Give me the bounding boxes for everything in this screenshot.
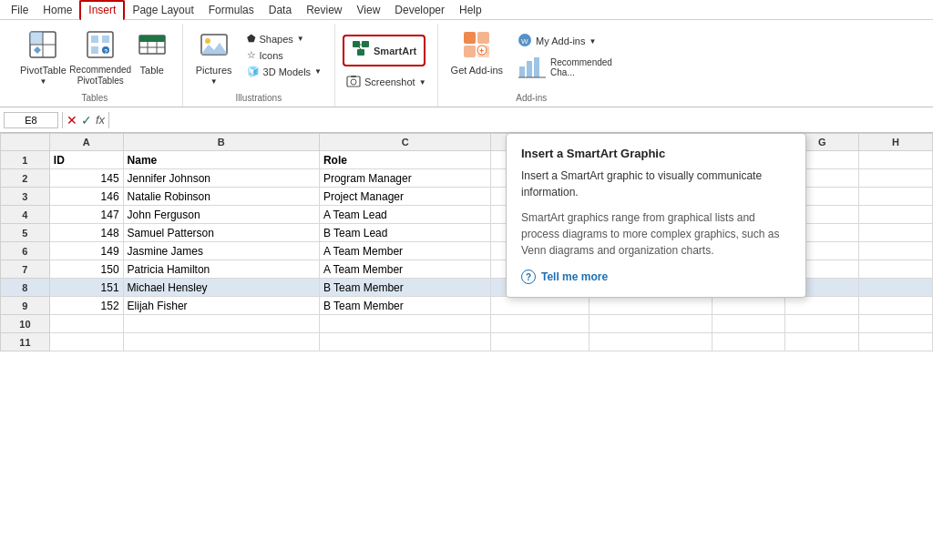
cell-2-H[interactable]: [859, 169, 933, 188]
cell-1-H[interactable]: [859, 151, 933, 169]
cell-7-H[interactable]: [859, 260, 933, 279]
cell-11-C[interactable]: [319, 333, 490, 351]
icons-button[interactable]: ☆ Icons: [241, 47, 328, 63]
cell-7-C[interactable]: A Team Member: [319, 260, 490, 279]
cell-11-G[interactable]: [785, 333, 859, 351]
row-header-11[interactable]: 11: [1, 333, 50, 351]
row-header-9[interactable]: 9: [1, 297, 50, 315]
cell-4-A[interactable]: 147: [49, 206, 123, 224]
col-header-c[interactable]: C: [319, 134, 490, 151]
cell-9-A[interactable]: 152: [49, 297, 123, 315]
cell-5-A[interactable]: 148: [49, 224, 123, 242]
cell-4-C[interactable]: A Team Lead: [319, 206, 490, 224]
cell-10-C[interactable]: [319, 315, 490, 333]
row-header-2[interactable]: 2: [1, 169, 50, 188]
smartart-button[interactable]: SmartArt: [343, 35, 425, 66]
formula-input[interactable]: [113, 112, 929, 128]
cell-1-B[interactable]: Name: [123, 151, 319, 169]
cell-8-H[interactable]: [859, 279, 933, 297]
row-header-6[interactable]: 6: [1, 242, 50, 260]
cell-1-A[interactable]: ID: [49, 151, 123, 169]
row-header-1[interactable]: 1: [1, 151, 50, 169]
menu-item-page-layout[interactable]: Page Layout: [125, 2, 200, 18]
recommended-charts-button[interactable]: RecommendedCha...: [512, 52, 618, 83]
cell-4-B[interactable]: John Ferguson: [123, 206, 319, 224]
cell-3-C[interactable]: Project Manager: [319, 188, 490, 206]
cell-11-A[interactable]: [49, 333, 123, 351]
menu-item-file[interactable]: File: [4, 2, 36, 18]
cell-10-F[interactable]: [712, 315, 785, 333]
cell-7-B[interactable]: Patricia Hamilton: [123, 260, 319, 279]
my-addins-button[interactable]: W My Add-ins ▼: [512, 31, 618, 51]
table-button[interactable]: Table: [129, 27, 175, 78]
recommended-pivottables-button[interactable]: ? Recommended PivotTables: [76, 27, 126, 89]
insert-function-icon[interactable]: fx: [96, 113, 105, 127]
cell-8-C[interactable]: B Team Member: [319, 279, 490, 297]
cell-4-H[interactable]: [859, 206, 933, 224]
cell-2-C[interactable]: Program Manager: [319, 169, 490, 188]
row-header-10[interactable]: 10: [1, 315, 50, 333]
cell-11-H[interactable]: [859, 333, 933, 351]
cell-8-A[interactable]: 151: [49, 279, 123, 297]
menu-item-help[interactable]: Help: [452, 2, 489, 18]
cell-10-E[interactable]: [590, 315, 713, 333]
cell-2-B[interactable]: Jennifer Johnson: [123, 169, 319, 188]
col-header-h[interactable]: H: [859, 134, 933, 151]
cell-6-H[interactable]: [859, 242, 933, 260]
pictures-button[interactable]: Pictures ▼: [190, 27, 238, 88]
tooltip-link[interactable]: ? Tell me more: [521, 270, 791, 284]
cancel-formula-icon[interactable]: ✕: [67, 113, 77, 127]
menu-item-developer[interactable]: Developer: [387, 2, 452, 18]
cell-reference-box[interactable]: [4, 112, 58, 128]
cell-10-H[interactable]: [859, 315, 933, 333]
row-header-4[interactable]: 4: [1, 206, 50, 224]
cell-5-B[interactable]: Samuel Patterson: [123, 224, 319, 242]
table-row: 10: [1, 315, 933, 333]
col-header-a[interactable]: A: [49, 134, 123, 151]
cell-3-A[interactable]: 146: [49, 188, 123, 206]
cell-9-C[interactable]: B Team Member: [319, 297, 490, 315]
pivottable-button[interactable]: PivotTable ▼: [15, 27, 72, 88]
cell-8-B[interactable]: Michael Hensley: [123, 279, 319, 297]
row-header-3[interactable]: 3: [1, 188, 50, 206]
confirm-formula-icon[interactable]: ✓: [81, 113, 92, 127]
cell-9-H[interactable]: [859, 297, 933, 315]
cell-9-E[interactable]: [590, 297, 713, 315]
cell-3-H[interactable]: [859, 188, 933, 206]
row-header-5[interactable]: 5: [1, 224, 50, 242]
cell-7-A[interactable]: 150: [49, 260, 123, 279]
cell-3-B[interactable]: Natalie Robinson: [123, 188, 319, 206]
menu-item-insert[interactable]: Insert: [79, 0, 125, 20]
shapes-button[interactable]: ⬟ Shapes ▼: [241, 31, 328, 46]
cell-10-D[interactable]: [491, 315, 590, 333]
cell-6-A[interactable]: 149: [49, 242, 123, 260]
cell-10-A[interactable]: [49, 315, 123, 333]
cell-11-E[interactable]: [590, 333, 713, 351]
cell-1-C[interactable]: Role: [319, 151, 490, 169]
3d-models-button[interactable]: 🧊 3D Models ▼: [241, 64, 328, 79]
cell-9-F[interactable]: [712, 297, 785, 315]
row-header-7[interactable]: 7: [1, 260, 50, 279]
cell-9-G[interactable]: [785, 297, 859, 315]
cell-9-D[interactable]: [491, 297, 590, 315]
cell-11-D[interactable]: [491, 333, 590, 351]
get-addins-button[interactable]: + Get Add-ins: [446, 27, 508, 78]
cell-11-F[interactable]: [712, 333, 785, 351]
menu-item-review[interactable]: Review: [299, 2, 349, 18]
cell-5-C[interactable]: B Team Lead: [319, 224, 490, 242]
cell-2-A[interactable]: 145: [49, 169, 123, 188]
cell-6-B[interactable]: Jasmine James: [123, 242, 319, 260]
cell-6-C[interactable]: A Team Member: [319, 242, 490, 260]
cell-9-B[interactable]: Elijah Fisher: [123, 297, 319, 315]
menu-item-view[interactable]: View: [350, 2, 388, 18]
cell-11-B[interactable]: [123, 333, 319, 351]
menu-item-formulas[interactable]: Formulas: [201, 2, 261, 18]
cell-10-G[interactable]: [785, 315, 859, 333]
menu-item-data[interactable]: Data: [261, 2, 299, 18]
menu-item-home[interactable]: Home: [36, 2, 79, 18]
cell-5-H[interactable]: [859, 224, 933, 242]
row-header-8[interactable]: 8: [1, 279, 50, 297]
screenshot-button[interactable]: Screenshot ▼: [343, 72, 430, 92]
col-header-b[interactable]: B: [123, 134, 319, 151]
cell-10-B[interactable]: [123, 315, 319, 333]
